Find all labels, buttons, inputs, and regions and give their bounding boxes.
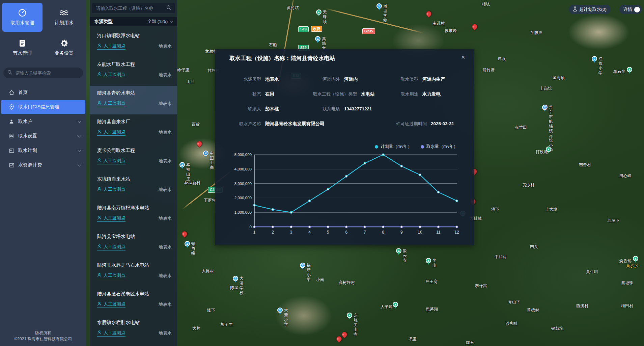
- sidebar-item-3[interactable]: 取水户: [0, 115, 86, 128]
- legend-item[interactable]: 计划量（m³/年）: [375, 144, 412, 150]
- field-label: 河道内外: [313, 76, 340, 82]
- monitor-tag[interactable]: 人工监测点: [97, 244, 125, 250]
- app-tile-4[interactable]: 业务设置: [44, 33, 84, 62]
- mountain-icon: ▲: [633, 256, 638, 261]
- monitor-tag-label: 人工监测点: [104, 330, 125, 336]
- sidebar-item-2[interactable]: 取水口GIS信息管理: [1, 100, 85, 114]
- station-list-item[interactable]: 陆河县水唇走马石水电站人工监测点地表水: [90, 258, 177, 287]
- mountain-marker[interactable]: ▲: [546, 147, 551, 152]
- red-pin-icon[interactable]: [335, 335, 343, 343]
- svg-text:7: 7: [364, 230, 366, 235]
- mountain-marker[interactable]: ▲尖山: [426, 258, 431, 263]
- poi-marker[interactable]: ▲幸福山庄: [179, 162, 185, 167]
- field-value: 水电站: [361, 91, 375, 97]
- mountain-marker[interactable]: ▲天珠顶: [316, 9, 321, 15]
- monitor-tag[interactable]: 人工监测点: [97, 330, 125, 337]
- station-list-item[interactable]: 陆河县激石溪老区水电站人工监测点地表水: [90, 287, 177, 315]
- field-pair: 联系电话13432771221: [313, 106, 372, 112]
- mountain-marker[interactable]: ▲: [633, 256, 638, 261]
- temple-marker[interactable]: ▲聚云寺: [396, 248, 401, 254]
- water-source-type: 地表水: [159, 215, 172, 221]
- sidebar-search[interactable]: [3, 68, 83, 78]
- over-plan-intake-button[interactable]: 超计划取水(0): [569, 5, 611, 14]
- monitor-tag[interactable]: 人工监测点: [97, 186, 125, 193]
- school-marker[interactable]: 文墩塘学校: [376, 3, 382, 9]
- station-search-input[interactable]: [95, 5, 166, 11]
- legend-item[interactable]: 取水量（m³/年）: [421, 144, 458, 150]
- map-label: 吉告村: [579, 162, 591, 167]
- mountain-marker[interactable]: ▲: [393, 302, 398, 307]
- card-icon: [9, 149, 14, 153]
- detail-toggle[interactable]: 详情: [619, 5, 642, 14]
- monitor-tag[interactable]: 人工监测点: [97, 215, 125, 222]
- mountain-marker[interactable]: ▲: [627, 67, 632, 72]
- monitor-tag[interactable]: 人工监测点: [97, 129, 125, 136]
- monitor-tag[interactable]: 人工监测点: [97, 301, 125, 308]
- monitor-tag[interactable]: 人工监测点: [97, 100, 125, 107]
- school-marker[interactable]: 文大溪学校: [233, 276, 238, 281]
- sidebar-search-input[interactable]: [15, 70, 77, 76]
- filter-dropdown[interactable]: 全部 (125): [147, 19, 172, 25]
- school-icon: 文: [542, 105, 548, 110]
- svg-text:0: 0: [250, 225, 252, 229]
- water-source-type: 地表水: [159, 101, 172, 107]
- monitor-tag[interactable]: 人工监测点: [97, 43, 125, 50]
- field-label: 水源类型: [225, 76, 261, 82]
- map-label: 挨坡峰: [445, 28, 457, 33]
- red-pin-icon[interactable]: [196, 140, 203, 148]
- map-label: 箭塘珠: [621, 281, 633, 285]
- school-marker[interactable]: 文福新小学: [300, 263, 305, 268]
- sidebar-item-1[interactable]: 首页: [0, 86, 86, 99]
- temple-marker[interactable]: ▲东坑尖山寺: [347, 313, 352, 318]
- marker-label: 墩塘学校: [383, 4, 387, 23]
- person-icon: [97, 301, 102, 307]
- station-list-item[interactable]: 友能水厂取水工程人工监测点地表水: [90, 57, 177, 86]
- map-label: 山口: [187, 79, 195, 84]
- map-label: 大路村: [202, 269, 214, 273]
- poi-marker[interactable]: ▲高塘文化广场: [315, 36, 320, 42]
- station-list-item[interactable]: 东坑镇自来水站人工监测点地表水: [90, 172, 177, 201]
- station-list-item[interactable]: 麦卡公司取水工程人工监测点地表水: [90, 143, 177, 172]
- station-list-item[interactable]: 陆河县宝塔水电站人工监测点地表水: [90, 229, 177, 258]
- search-icon[interactable]: [166, 5, 171, 11]
- station-name: 陆河县自来水厂: [97, 119, 172, 125]
- monitor-tag-label: 人工监测点: [104, 100, 125, 106]
- app-tile-3[interactable]: 节水管理: [2, 33, 43, 62]
- school-marker[interactable]: 文普宁市船埔镇 河坑小学: [542, 105, 548, 110]
- sidebar-item-6[interactable]: 水资源计费: [0, 158, 86, 172]
- map-label: 青山下: [508, 299, 520, 304]
- app-tile-2[interactable]: 计划用水: [44, 3, 84, 32]
- sidebar-item-5[interactable]: 取水计划: [0, 144, 86, 157]
- station-list-item[interactable]: 陆河县青砼水电站人工监测点地表水: [90, 86, 177, 114]
- close-icon[interactable]: ×: [461, 53, 465, 60]
- station-list-item[interactable]: 陆河县自来水厂人工监测点地表水: [90, 114, 177, 143]
- poi-marker[interactable]: ▲螺角峰: [185, 241, 190, 246]
- station-list-item[interactable]: 水唇镇水栏肚水电站人工监测点地表水: [90, 315, 177, 344]
- field-pair: 水源类型地表水: [225, 76, 279, 82]
- red-pin-icon[interactable]: [425, 10, 433, 18]
- school-marker[interactable]: 文大新小学: [277, 308, 283, 313]
- station-search[interactable]: [92, 3, 175, 14]
- red-pin-icon[interactable]: [341, 331, 348, 339]
- map-label: 凹头: [530, 244, 538, 249]
- monitor-tag-label: 人工监测点: [104, 301, 125, 307]
- red-pin-icon[interactable]: [181, 230, 189, 238]
- monitor-tag[interactable]: 人工监测点: [97, 158, 125, 164]
- station-name: 河口镇唱歌潭水电站: [97, 33, 172, 39]
- station-list-item[interactable]: 陆河县南万镇杞洋水电站人工监测点地表水: [90, 201, 177, 229]
- svg-text:1,000,000: 1,000,000: [234, 210, 252, 214]
- station-name: 陆河县激石溪老区水电站: [97, 291, 172, 297]
- road-badge: 收费: [311, 26, 322, 32]
- marker-tail: [427, 263, 429, 266]
- legend-dot: [421, 145, 424, 149]
- monitor-tag[interactable]: 人工监测点: [97, 272, 125, 279]
- app-tile-1[interactable]: 取用水管理: [2, 3, 43, 32]
- bank-marker[interactable]: ¥中国工商: [203, 151, 208, 156]
- monitor-tag[interactable]: 人工监测点: [97, 72, 125, 78]
- sidebar-item-4[interactable]: 取水设置: [0, 129, 86, 143]
- station-list-item[interactable]: 河口镇唱歌潭水电站人工监测点地表水: [90, 28, 177, 57]
- school-marker[interactable]: 文红旗小学: [592, 56, 597, 61]
- red-pin-icon[interactable]: [471, 23, 479, 31]
- water-source-type: 地表水: [159, 129, 172, 135]
- toggle-knob[interactable]: [634, 7, 640, 12]
